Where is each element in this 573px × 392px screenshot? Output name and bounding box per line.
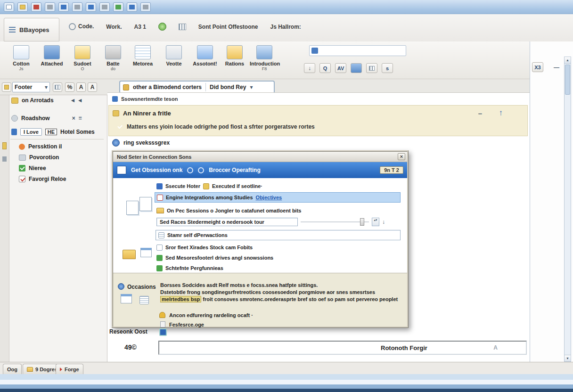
sidebar-item-foreign[interactable]: Favorgi Reloe <box>19 176 66 182</box>
status-green-icon[interactable] <box>158 23 166 31</box>
font-size-icon[interactable]: A <box>88 82 97 92</box>
dialog-titlebar[interactable]: Nod Seter in Connection Sons × <box>113 152 407 162</box>
edit-av-icon[interactable]: AV <box>335 63 346 73</box>
grid-glyph <box>369 66 375 71</box>
window-layout-icon[interactable] <box>45 2 55 12</box>
dialog-row-performance[interactable]: Schtefnte Pergfunnieas <box>156 263 223 273</box>
sidebar-section-roadshow[interactable]: Roadshow × = <box>11 115 82 122</box>
close-small-icon[interactable]: × <box>72 115 75 122</box>
print-icon[interactable] <box>72 2 82 12</box>
award-line: Ancon edfurering rardeling ocaft · <box>159 312 253 318</box>
sidebar-header[interactable]: on Arrotads ◄ ◄ <box>11 97 83 104</box>
bottom-input-field[interactable]: Rotonoth Forgir A <box>158 341 527 355</box>
status-bar: Oog 9 Dogress Forge <box>0 362 573 374</box>
scroll-up-icon[interactable]: ▲ <box>565 57 571 64</box>
ribbon-search-field[interactable] <box>309 45 406 56</box>
sidebar-item-personal[interactable]: Perssktion il <box>19 143 62 150</box>
ribbon-button-batte[interactable]: Battedo <box>98 44 128 78</box>
down-arrow-icon[interactable]: ↓ <box>382 219 385 225</box>
ribbon-button-cotton[interactable]: CottonJs <box>7 44 36 78</box>
circle-icon <box>187 167 193 173</box>
sources-label[interactable]: Hotel Somes <box>60 129 95 135</box>
toolbar-item-work[interactable]: Work. <box>106 24 122 30</box>
paragraph-icon[interactable] <box>2 82 11 92</box>
slider-thumb[interactable] <box>360 218 364 226</box>
sidebar-love-row: I Love HE Hotel Somes <box>11 128 95 136</box>
document-icon <box>13 45 29 59</box>
up-arrow-icon[interactable]: ↑ <box>499 108 503 118</box>
fill-icon[interactable] <box>351 63 362 73</box>
search-q-icon[interactable]: Q <box>319 63 331 73</box>
toolbar-item-hallrom[interactable]: Js Hallrom: <box>270 24 301 30</box>
chart-icon[interactable] <box>140 2 151 12</box>
love-button[interactable]: I Love <box>20 128 42 136</box>
row-text: Stamr self dPerwactions <box>167 232 228 238</box>
refresh-icon[interactable] <box>113 2 123 12</box>
vertical-scrollbar[interactable]: ▲ ▼ <box>564 57 571 362</box>
undo-icon[interactable] <box>99 2 110 12</box>
dialog-row-stock[interactable]: Sror fleet Xirades Stock cam Fobits <box>156 242 253 253</box>
ribbon-button-subject[interactable]: SudoetO <box>68 44 97 78</box>
dialog-row-sessions[interactable]: On Pec Sessions o Jongler to catafunet o… <box>156 205 301 216</box>
window-frame-edge <box>0 389 573 392</box>
documents-icon <box>139 197 152 211</box>
clip-icon[interactable] <box>2 156 7 162</box>
toolbar-item-as[interactable]: A3 1 <box>134 24 146 30</box>
collapse-arrows-icon[interactable]: ◄ ◄ <box>70 97 83 104</box>
style-s-icon[interactable]: s <box>382 63 393 73</box>
close-icon[interactable]: × <box>398 153 405 160</box>
bullet-icon <box>156 183 163 189</box>
ribbon-button-attached[interactable]: Attached <box>37 44 66 78</box>
grid-format-icon[interactable] <box>53 82 62 92</box>
tab-messages[interactable]: BBayopes <box>4 18 59 41</box>
save-icon[interactable] <box>58 2 69 12</box>
shield-icon[interactable] <box>127 2 137 12</box>
equals-icon[interactable]: = <box>79 115 82 122</box>
percent-icon[interactable]: % <box>65 82 74 92</box>
status-tab-forge[interactable]: Forge <box>56 364 83 375</box>
toolbar-item-code[interactable]: Code. <box>69 23 94 30</box>
ribbon-button-veotte[interactable]: Veotte <box>159 44 188 78</box>
new-document-icon[interactable] <box>4 2 14 12</box>
dialog-row-selected[interactable]: Engine Integrations among Studies Object… <box>155 192 401 203</box>
address-field[interactable]: other a Bimodend corters Did bond Rey ▾ <box>119 81 275 94</box>
chevron-down-icon: ▾ <box>45 84 48 90</box>
sidebar-item-promotion[interactable]: Povorotion <box>19 154 59 161</box>
collapse-banner-icon[interactable]: – <box>478 109 482 117</box>
open-folder-icon[interactable] <box>17 2 28 12</box>
dialog-row-field[interactable]: Stamr self dPerwactions <box>156 230 401 240</box>
grid-icon[interactable] <box>179 24 186 30</box>
x3-icon[interactable]: X3 <box>532 62 543 72</box>
doc-icon <box>157 195 163 201</box>
folder-icon <box>156 208 164 213</box>
ribbon-button-metorea[interactable]: Metorea <box>128 44 157 78</box>
font-color-icon[interactable]: A <box>76 82 86 92</box>
spinner-control[interactable]: ▴▾ <box>372 218 379 226</box>
sidebar-item-nieree[interactable]: Nieree <box>19 165 46 172</box>
ribbon-button-assotont[interactable]: Assotont! <box>190 44 220 78</box>
slider-value-field[interactable]: Sed Races Stedermeight o nedersook tour <box>156 218 298 226</box>
row-subtext: Executed if seotline· <box>212 183 262 189</box>
slider-track[interactable] <box>301 221 369 223</box>
minimize-icon[interactable]: — <box>554 64 559 71</box>
footer-blue-icon[interactable] <box>159 328 167 336</box>
list-small-icon[interactable] <box>366 63 377 73</box>
ribbon-button-rations[interactable]: Rations <box>220 44 249 78</box>
dialog-row-drives[interactable]: Sed Mesoresfooterl drives angl snowssion… <box>156 253 273 263</box>
objectives-link[interactable]: Objectives <box>256 195 282 200</box>
header-left-text: Get Obsession onk <box>131 167 182 173</box>
arrow-icon[interactable]: ↓ <box>304 63 315 73</box>
sidebar-item-label: Povorotion <box>29 154 59 161</box>
toolbar-item-sendpoint[interactable]: Sont Point Offestoone <box>198 24 258 30</box>
resource-line[interactable]: Fesfesrce.oge <box>160 321 204 327</box>
dialog-row-secure[interactable]: Ssecute Hoter Executed if seotline· <box>156 181 262 191</box>
mail-icon[interactable] <box>86 2 96 12</box>
note-icon[interactable] <box>2 142 7 149</box>
font-dropdown[interactable]: Footer ▾ <box>12 82 50 92</box>
status-tab-oog[interactable]: Oog <box>3 364 22 375</box>
flag-icon[interactable] <box>31 2 41 12</box>
ribbon-button-introduction[interactable]: IntroductionF8 <box>250 44 279 78</box>
list-icon <box>166 45 182 59</box>
scroll-down-icon[interactable]: ▼ <box>565 355 571 361</box>
scrollbar-thumb[interactable] <box>565 65 570 95</box>
